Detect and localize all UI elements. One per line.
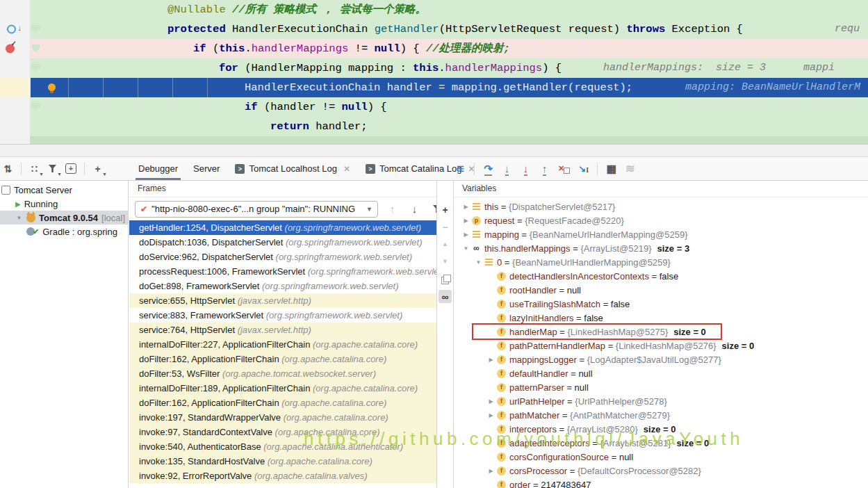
duplicate-watch-icon[interactable] — [439, 273, 452, 286]
frame-row[interactable]: getHandler:1254, DispatcherServlet (org.… — [129, 220, 436, 235]
code-line-body[interactable]: for (HandlerMapping mapping : this.handl… — [31, 58, 868, 78]
code-line-body[interactable]: HandlerExecutionChain handler = mapping.… — [31, 78, 868, 97]
frame-row[interactable]: processRequest:1006, FrameworkServlet (o… — [129, 264, 436, 279]
chevron-collapsed-icon[interactable]: ▶ — [486, 468, 496, 474]
variable-row[interactable]: ▼0 = {BeanNameUrlHandlerMapping@5259} — [454, 255, 868, 269]
frame-row[interactable]: invoke:92, ErrorReportValve (org.apache.… — [129, 469, 436, 483]
variable-row[interactable]: fdetectHandlersInAncestorContexts = fals… — [454, 269, 868, 283]
editor-gutter[interactable] — [0, 58, 31, 78]
fold-marker-icon[interactable] — [32, 64, 40, 72]
filter-tabs-icon[interactable]: ▼ — [47, 163, 58, 174]
frame-row[interactable]: doService:962, DispatcherServlet (org.sp… — [129, 250, 436, 264]
thread-filter-icon[interactable] — [432, 203, 436, 215]
frame-row[interactable]: service:655, HttpServlet (javax.servlet.… — [129, 293, 436, 308]
frame-row[interactable]: doGet:898, FrameworkServlet (org.springf… — [129, 279, 436, 293]
move-up-icon[interactable]: ▲ — [439, 238, 452, 251]
variable-row[interactable]: ▶fmappingsLogger = {LogAdapter$JavaUtilL… — [454, 352, 868, 366]
frame-row[interactable]: internalDoFilter:189, ApplicationFilterC… — [129, 381, 436, 396]
fold-marker-icon[interactable] — [32, 44, 40, 52]
focus-frame-icon[interactable]: + — [65, 163, 76, 174]
chevron-expanded-icon[interactable]: ▼ — [473, 259, 484, 266]
tab-tomcat-localhost-log[interactable]: >Tomcat Localhost Log✕ — [227, 157, 358, 180]
thread-down-icon[interactable]: ↓ — [409, 203, 420, 215]
frame-row[interactable]: internalDoFilter:227, ApplicationFilterC… — [129, 337, 436, 352]
editor-gutter[interactable] — [0, 19, 31, 39]
group-tabs-icon[interactable]: ∷▼ — [29, 163, 40, 174]
frame-row[interactable]: invoke:97, StandardContextValve (org.apa… — [129, 425, 436, 439]
step-out-icon[interactable]: ↑ — [539, 163, 550, 174]
code-line[interactable]: return handler; — [0, 117, 868, 136]
editor-gutter[interactable] — [0, 117, 31, 136]
evaluate-expression-icon[interactable]: ▦ — [606, 163, 616, 174]
tree-item-running[interactable]: ▶Running — [0, 197, 128, 211]
frame-row[interactable]: doFilter:53, WsFilter (org.apache.tomcat… — [129, 366, 436, 381]
run-to-cursor-icon[interactable]: ↘I — [578, 163, 589, 174]
chevron-collapsed-icon[interactable]: ▶ — [486, 412, 496, 418]
tab-debugger[interactable]: Debugger — [131, 157, 186, 180]
variable-row[interactable]: fpathPatternHandlerMap = {LinkedHashMap@… — [454, 339, 868, 352]
chevron-collapsed-icon[interactable]: ▶ — [461, 204, 471, 210]
variable-row[interactable]: fcorsConfigurationSource = null — [454, 450, 868, 464]
frame-row[interactable]: invoke:135, StandardHostValve (org.apach… — [129, 454, 436, 469]
code-line-body[interactable]: @Nullable //所有 策略模式 ， 尝试每一个策略。 — [31, 0, 868, 19]
tree-item-gradle[interactable]: ✔Gradle : org.spring — [0, 225, 128, 238]
editor-gutter[interactable] — [0, 0, 31, 19]
frame-row[interactable]: invoke:540, AuthenticatorBase (org.apach… — [129, 439, 436, 454]
fold-marker-icon[interactable] — [32, 25, 40, 33]
variable-row[interactable]: ▶fpathMatcher = {AntPathMatcher@5279} — [454, 408, 868, 422]
force-step-into-icon[interactable]: ↓ — [521, 163, 531, 174]
step-over-icon[interactable]: ↷ — [483, 163, 493, 174]
variable-row[interactable]: ▼∞this.handlerMappings = {ArrayList@5219… — [454, 241, 868, 255]
breakpoint-icon[interactable] — [6, 44, 15, 54]
frame-row[interactable]: doFilter:162, ApplicationFilterChain (or… — [129, 352, 436, 366]
settings-menu-icon[interactable]: ≡ — [455, 163, 466, 174]
chevron-expanded-icon[interactable]: ▼ — [461, 245, 471, 252]
editor-gutter[interactable] — [0, 78, 31, 97]
variable-row[interactable]: ▶prequest = {RequestFacade@5220} — [454, 213, 868, 227]
frame-row[interactable]: doFilter:162, ApplicationFilterChain (or… — [129, 396, 436, 410]
variable-row[interactable]: ▶this = {DispatcherServlet@5217} — [454, 200, 868, 213]
chevron-expanded-icon[interactable]: ▼ — [15, 215, 23, 221]
thread-selector[interactable]: ✔ "http-nio-8080-exec-6"...n group "main… — [135, 201, 378, 218]
fold-marker-icon[interactable] — [32, 103, 40, 111]
editor-debugger-splitter[interactable] — [0, 144, 868, 156]
tree-item-tomcat[interactable]: ▼Tomcat 9.0.54 [local] — [0, 211, 128, 225]
editor-gutter[interactable] — [0, 97, 31, 117]
code-line[interactable]: protected HandlerExecutionChain getHandl… — [0, 19, 868, 39]
close-icon[interactable]: ✕ — [343, 164, 350, 174]
variable-row[interactable]: ▶furlPathHelper = {UrlPathHelper@5278} — [454, 394, 868, 408]
step-into-icon[interactable]: ↓ — [502, 163, 512, 174]
frame-row[interactable]: invoke:197, StandardWrapperValve (org.ap… — [129, 410, 436, 425]
thread-up-icon[interactable]: ↑ — [387, 203, 398, 215]
variable-row[interactable]: fpatternParser = null — [454, 380, 868, 394]
add-watch-icon[interactable]: + — [439, 203, 452, 216]
lightbulb-icon[interactable] — [48, 83, 56, 91]
chevron-collapsed-icon[interactable]: ▶ — [461, 231, 471, 238]
code-line[interactable]: if (this.handlerMappings != null) { //处理… — [0, 39, 868, 58]
chevron-collapsed-icon[interactable]: ▶ — [486, 398, 496, 405]
variable-row[interactable]: finterceptors = {ArrayList@5280}size = 0 — [454, 422, 868, 436]
tab-server[interactable]: Server — [186, 157, 227, 180]
variable-row[interactable]: fhandlerMap = {LinkedHashMap@5275}size =… — [454, 325, 868, 339]
variable-row[interactable]: forder = 2147483647 — [454, 478, 868, 488]
code-line-body[interactable]: return handler; — [31, 117, 868, 136]
restore-layout-icon[interactable]: ⇅ — [3, 163, 13, 174]
editor-gutter[interactable] — [0, 39, 31, 58]
frame-row[interactable]: service:883, FrameworkServlet (org.sprin… — [129, 308, 436, 323]
show-watches-icon[interactable]: ∞ — [439, 290, 452, 303]
code-line[interactable]: HandlerExecutionChain handler = mapping.… — [0, 78, 868, 97]
code-line-body[interactable]: if (handler != null) { — [31, 97, 868, 117]
chevron-down-icon[interactable]: ▼ — [366, 206, 372, 213]
remove-watch-icon[interactable]: − — [439, 220, 452, 234]
override-method-icon[interactable] — [7, 25, 16, 34]
code-line[interactable]: for (HandlerMapping mapping : this.handl… — [0, 58, 868, 78]
code-editor[interactable]: @Nullable //所有 策略模式 ， 尝试每一个策略。protected … — [0, 0, 868, 144]
add-run-config-icon[interactable]: +▼ — [92, 163, 103, 174]
variable-row[interactable]: ▶fcorsProcessor = {DefaultCorsProcessor@… — [454, 464, 868, 478]
variable-row[interactable]: fdefaultHandler = null — [454, 366, 868, 380]
variable-row[interactable]: frootHandler = null — [454, 283, 868, 297]
code-line[interactable]: @Nullable //所有 策略模式 ， 尝试每一个策略。 — [0, 0, 868, 19]
drop-frame-icon[interactable]: ✕ — [558, 163, 570, 174]
chevron-collapsed-icon[interactable]: ▶ — [461, 218, 471, 224]
variable-row[interactable]: fadaptedInterceptors = {ArrayList@5281}s… — [454, 436, 868, 450]
